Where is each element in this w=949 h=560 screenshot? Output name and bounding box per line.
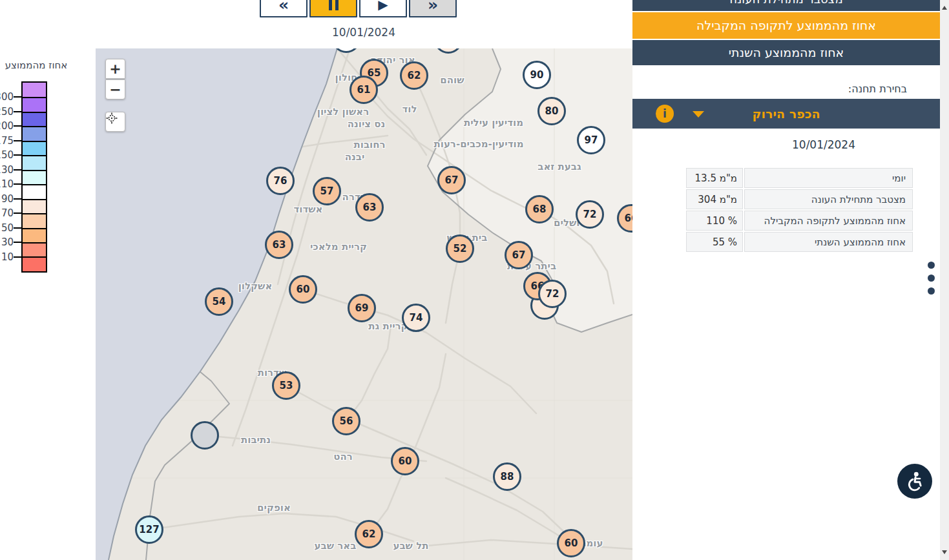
- legend-band: [23, 112, 46, 126]
- station-marker-63[interactable]: 63: [355, 193, 384, 222]
- table-row: אחוז מהממוצע לתקופה המקבילה110 %: [686, 211, 913, 231]
- city-label: גבעת זאב: [537, 161, 581, 172]
- pause-icon: [329, 0, 339, 10]
- skip-forward-button[interactable]: »: [409, 0, 457, 17]
- stat-label: יומי: [744, 168, 913, 188]
- station-marker-63[interactable]: 63: [265, 231, 293, 259]
- legend-tick-label: 110: [0, 178, 14, 190]
- scroll-down-icon[interactable]: [942, 550, 947, 554]
- play-button[interactable]: ▶: [359, 0, 407, 17]
- city-label: נס ציונה: [348, 118, 386, 130]
- legend-tick: [14, 111, 22, 112]
- station-marker-62[interactable]: 62: [400, 61, 428, 90]
- legend-tick: [14, 154, 22, 156]
- legend-color-scale: [21, 81, 47, 273]
- stat-value: 304 מ"מ: [686, 189, 743, 209]
- legend-band: [23, 141, 46, 155]
- station-marker-54[interactable]: 54: [205, 287, 233, 316]
- rain-map[interactable]: אור יהודהחולוןשוהםראשון לציוןלודנס ציונה…: [96, 48, 632, 560]
- legend-tick: [14, 125, 22, 127]
- table-row: אחוז מהממוצע השנתי55 %: [686, 232, 913, 252]
- city-label: אופקים: [257, 502, 291, 513]
- city-label: באר שבע: [315, 540, 357, 552]
- carousel-dot-2[interactable]: [928, 275, 935, 282]
- city-label: לוד: [402, 103, 417, 115]
- station-marker[interactable]: [191, 421, 219, 450]
- legend-tick: [14, 183, 22, 185]
- legend-tick-label: 130: [0, 164, 14, 176]
- station-dropdown[interactable]: הכפר הירוק i: [632, 99, 940, 129]
- station-marker-67[interactable]: 67: [505, 241, 533, 269]
- city-label: ראשון לציון: [317, 106, 369, 118]
- legend-tick-label: 175: [0, 135, 14, 147]
- station-marker-88[interactable]: 88: [493, 462, 521, 491]
- legend-band: [23, 83, 46, 97]
- sidebar: מצטבר מתחילת העונה אחוז מהממוצע לתקופה ה…: [632, 0, 940, 560]
- station-marker-52[interactable]: 52: [446, 234, 474, 263]
- crosshair-icon: [106, 112, 118, 124]
- play-icon: ▶: [378, 0, 388, 12]
- locate-button[interactable]: [105, 112, 125, 132]
- station-marker-72[interactable]: 72: [576, 200, 604, 229]
- stat-label: אחוז מהממוצע השנתי: [744, 232, 913, 252]
- station-marker-53[interactable]: 53: [272, 371, 300, 400]
- station-marker-60[interactable]: 60: [289, 275, 317, 304]
- station-marker-62[interactable]: 62: [355, 520, 383, 548]
- carousel-dot-3[interactable]: [928, 287, 935, 295]
- station-marker-76[interactable]: 76: [266, 167, 295, 195]
- menu-item-cumulative-season[interactable]: מצטבר מתחילת העונה: [632, 0, 940, 11]
- station-marker-67[interactable]: 67: [437, 166, 466, 194]
- station-marker-74[interactable]: 74: [402, 304, 430, 332]
- menu-item-percent-annual[interactable]: אחוז מהממוצע השנתי: [632, 40, 940, 65]
- legend-tick-label: 200: [0, 120, 14, 132]
- zoom-in-button[interactable]: +: [105, 59, 125, 79]
- legend-tick-label: 50: [1, 222, 14, 234]
- legend-tick-label: 90: [1, 193, 14, 205]
- station-marker-69[interactable]: 69: [348, 294, 376, 322]
- station-marker-80[interactable]: 80: [537, 97, 566, 125]
- stat-value: 110 %: [686, 211, 743, 231]
- city-label: יבנה: [345, 151, 365, 163]
- zoom-out-button[interactable]: −: [105, 79, 125, 99]
- station-marker-61[interactable]: 61: [349, 76, 378, 104]
- city-label: רחובות: [353, 139, 385, 150]
- legend-band: [23, 170, 46, 184]
- station-marker-90[interactable]: 90: [523, 61, 551, 89]
- station-marker-127[interactable]: 127: [135, 515, 163, 544]
- city-label: רהט: [333, 451, 353, 462]
- stat-label: אחוז מהממוצע לתקופה המקבילה: [744, 211, 913, 231]
- city-label: מודיעין-מכבים-רעות: [433, 138, 523, 150]
- page-scrollbar[interactable]: [940, 0, 949, 560]
- chevron-down-icon[interactable]: [693, 111, 704, 118]
- menu-item-label: אחוז מהממוצע לתקופה המקבילה: [696, 18, 876, 32]
- legend-tick: [14, 213, 22, 214]
- stat-value: 13.5 מ"מ: [686, 168, 743, 188]
- menu-item-percent-corresponding-period[interactable]: אחוז מהממוצע לתקופה המקבילה: [632, 12, 940, 39]
- scroll-up-icon[interactable]: [942, 6, 947, 10]
- station-marker-60[interactable]: 60: [391, 447, 419, 475]
- station-marker-72[interactable]: 72: [538, 280, 567, 308]
- info-icon[interactable]: i: [656, 105, 674, 123]
- menu-item-label: מצטבר מתחילת העונה: [632, 0, 940, 6]
- table-row: יומי13.5 מ"מ: [686, 168, 913, 188]
- skip-forward-icon: »: [428, 0, 438, 14]
- station-marker-60[interactable]: 60: [557, 529, 585, 557]
- legend-band: [23, 213, 46, 227]
- station-marker-56[interactable]: 56: [332, 407, 360, 435]
- legend-band: [23, 97, 46, 111]
- station-marker-57[interactable]: 57: [313, 177, 341, 205]
- legend-band: [23, 155, 46, 169]
- legend-tick-label: 30: [1, 236, 14, 248]
- legend-tick-label: 250: [0, 106, 14, 118]
- legend-tick: [14, 169, 22, 171]
- skip-backward-button[interactable]: «: [260, 0, 308, 17]
- city-label: קריית מלאכי: [310, 241, 367, 253]
- station-marker-68[interactable]: 68: [525, 195, 554, 223]
- table-row: מצטבר מתחילת העונה304 מ"מ: [686, 189, 913, 209]
- carousel-dot-1[interactable]: [928, 262, 935, 269]
- city-label: שוהם: [440, 74, 464, 86]
- accessibility-button[interactable]: [897, 464, 932, 499]
- pause-button[interactable]: [309, 0, 357, 17]
- station-marker-97[interactable]: 97: [577, 126, 605, 154]
- menu-item-label: אחוז מהממוצע השנתי: [729, 45, 844, 59]
